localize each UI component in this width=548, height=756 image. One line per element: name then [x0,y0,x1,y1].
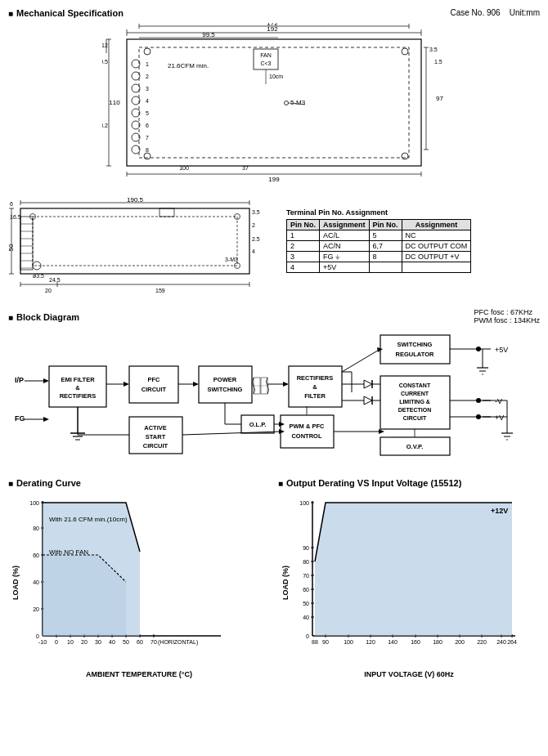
svg-text:180: 180 [433,639,442,645]
svg-text:CIRCUIT: CIRCUIT [141,386,167,393]
svg-text:SWITCHING: SWITCHING [208,386,243,393]
block-diagram-header: Block Diagram [8,312,79,322]
terminal-table: Pin No. Assignment Pin No. Assignment 1 … [286,219,471,273]
svg-point-32 [132,133,140,141]
svg-text:+12V: +12V [491,507,508,515]
svg-text:2.5: 2.5 [252,236,260,242]
table-row: 3 FG ⏚ 8 DC OUTPUT +V [287,252,471,262]
svg-text:LOAD (%): LOAD (%) [281,566,290,600]
svg-text:37: 37 [242,165,249,171]
svg-marker-146 [279,422,285,427]
svg-rect-115 [129,366,178,403]
terminal-table-title: Terminal Pin No. Assignment [286,208,471,217]
block-diagram-area: I/P FG EMI FILTER & RECTIFIERS PFC [8,327,540,470]
svg-point-54 [402,153,408,159]
svg-marker-180 [379,429,384,434]
mech-drawing-bottom: 6 190.5 16.5 50 ø3.5 24.5 [8,196,270,304]
svg-text:40: 40 [33,579,39,585]
svg-text:RECTIFIERS: RECTIFIERS [297,374,334,382]
svg-text:9.5: 9.5 [102,59,108,65]
svg-marker-166 [364,396,372,405]
svg-text:90: 90 [303,545,309,551]
svg-marker-114 [124,382,129,387]
svg-marker-104 [43,417,49,422]
svg-text:FG: FG [15,414,25,423]
svg-text:CONTROL: CONTROL [291,432,321,440]
col-header-assign1: Assignment [320,220,370,230]
col-header-assign2: Assignment [402,220,471,230]
svg-text:REGULATOR: REGULATOR [396,351,434,358]
svg-rect-80 [33,217,237,266]
svg-text:88: 88 [312,639,318,645]
svg-text:(HORIZONTAL): (HORIZONTAL) [158,639,198,646]
svg-text:60: 60 [33,552,39,558]
table-row: 2 AC/N 6,7 DC OUTPUT COM [287,241,471,252]
mech-spec-header: Mechanical Specification [8,8,124,18]
svg-text:0: 0 [36,633,39,639]
svg-marker-125 [193,382,199,387]
svg-text:CIRCUIT: CIRCUIT [143,442,168,450]
svg-text:40: 40 [109,639,115,645]
svg-text:-10: -10 [38,639,47,645]
svg-point-26 [132,60,140,68]
svg-text:10: 10 [67,639,74,645]
case-info: Case No. 906 Unit:mm [450,8,540,17]
svg-point-51 [144,48,150,55]
svg-text:7: 7 [146,135,149,141]
svg-text:0: 0 [306,633,309,639]
svg-text:80: 80 [33,526,39,531]
svg-text:220: 220 [477,639,487,645]
svg-text:START: START [146,433,166,441]
svg-text:100: 100 [29,500,39,506]
svg-marker-133 [283,382,289,387]
svg-text:ø3.5: ø3.5 [33,273,44,279]
svg-rect-142 [281,415,334,448]
svg-text:SWITCHING: SWITCHING [398,341,433,348]
svg-text:3.5: 3.5 [429,47,438,52]
derating-curve-header: Derating Curve [8,478,270,488]
svg-text:5: 5 [146,110,149,116]
svg-text:100: 100 [344,639,353,645]
table-row: 1 AC/L 5 NC [287,230,471,241]
output-derating-header: Output Derating VS Input Voltage (15512) [278,478,540,488]
svg-text:200: 200 [455,639,465,645]
svg-text:6: 6 [146,123,149,128]
svg-point-172 [476,398,481,403]
svg-text:ACTIVE: ACTIVE [144,424,167,432]
svg-text:6: 6 [10,201,13,207]
table-row: 4 +5V [287,262,471,273]
svg-text:+V: +V [495,414,504,422]
svg-point-29 [132,96,140,105]
svg-text:20: 20 [45,288,52,293]
svg-text:EMI FILTER: EMI FILTER [61,376,95,383]
svg-text:21.6CFM min.: 21.6CFM min. [168,62,209,69]
svg-rect-0 [127,39,421,166]
svg-text:C<3: C<3 [260,60,271,66]
derating-curve-block: Derating Curve LOAD (%) 0 20 40 60 80 [8,478,270,678]
svg-text:POWER: POWER [213,376,237,383]
svg-text:97: 97 [436,95,443,102]
svg-text:With 21.6 CFM min.(10cm): With 21.6 CFM min.(10cm) [49,516,128,523]
svg-point-175 [476,414,481,419]
svg-text:159: 159 [155,288,165,293]
svg-rect-90 [20,217,33,270]
svg-point-27 [132,72,140,80]
svg-point-33 [132,145,140,154]
svg-point-52 [402,48,408,55]
mech-drawing-top: 192 172 99.5 12 9.5 110 8.2 [8,23,540,195]
svg-point-49 [285,101,289,105]
svg-text:120: 120 [366,639,375,645]
svg-text:8.2: 8.2 [102,123,108,128]
mech-spec-section: Mechanical Specification Case No. 906 Un… [8,8,540,304]
svg-text:30: 30 [95,639,101,645]
svg-text:0: 0 [55,639,58,645]
svg-point-53 [144,153,150,159]
svg-text:&: & [312,383,317,391]
svg-text:CURRENT: CURRENT [401,391,429,396]
svg-point-28 [132,84,140,92]
svg-text:50: 50 [123,639,129,645]
svg-text:80: 80 [303,559,309,565]
pfc-pwm-info: PFC fosc : 67KHz PWM fosc : 134KHz [474,308,540,324]
svg-text:100: 100 [299,500,309,506]
svg-text:20: 20 [81,639,88,645]
